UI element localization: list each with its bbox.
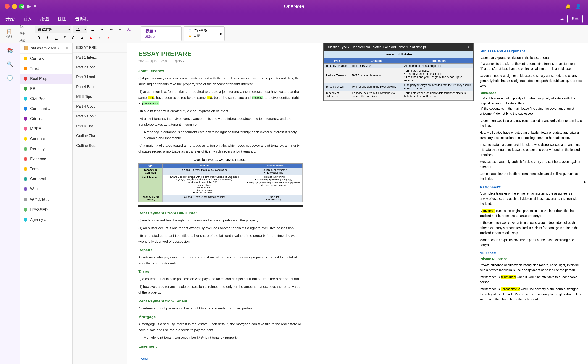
lh-th-creation: Creation (350, 58, 403, 64)
dropdown-icon[interactable]: ▾ (34, 3, 36, 9)
notebook-item-agency[interactable]: Agency a... (20, 215, 72, 225)
notebook-item-communi[interactable]: Communi... (20, 104, 72, 114)
section-outline-zha[interactable]: Outline Zha... (73, 131, 127, 141)
section-part2[interactable]: Part 2 Conc... (73, 63, 127, 72)
private-nuisance-unreasonable: Interference is unreasonable when the se… (480, 286, 582, 302)
notebook-title: bar exam 2020 (31, 46, 56, 50)
assignment-modern: Modern courts explains covenants party o… (480, 237, 582, 248)
tag-expand[interactable]: ▶ (584, 180, 586, 184)
clipboard-section: 📋 粘贴 剪切 复制 格式 (4, 24, 32, 44)
notebook-item-contract[interactable]: Contract (20, 134, 72, 144)
list-button[interactable]: ☰ (89, 26, 97, 33)
sync-icon[interactable]: ☁ (560, 16, 564, 21)
notebook-item-evidence[interactable]: Evidence (20, 154, 72, 164)
indent2-button[interactable]: ↵ (116, 26, 124, 33)
sidebar-icon-recent[interactable]: 🕐 (6, 74, 14, 82)
sublease-covenant: Covenant not to assign or sublease are s… (480, 73, 582, 89)
notebook-header: 📔 bar exam 2020 ▾ ⇅ (20, 43, 72, 54)
ownership-table-title: Question Type 1: Ownership Interests (138, 158, 303, 162)
notebook-item-mpre[interactable]: MPRE (20, 124, 72, 134)
forward-icon[interactable]: ▶ (27, 3, 31, 9)
lh-type-3: Tenancy at Will (324, 83, 350, 91)
menu-view[interactable]: 视图 (58, 16, 67, 22)
menu-tell[interactable]: 告诉我 (75, 16, 89, 22)
cut-button[interactable]: 剪切 (15, 24, 29, 30)
copy-button[interactable]: 复制 (15, 31, 29, 37)
lh-term-4: Terminates when landlord evicts tenant o… (403, 91, 473, 99)
section-part1[interactable]: Part 1 Inter... (73, 53, 127, 63)
sidebar-icon-search[interactable]: 🔍 (6, 60, 14, 68)
private-nuisance-substantial: Interference is substantial when it woul… (480, 275, 582, 285)
lh-row-2: Periodic Tenancy To T from month to mont… (324, 68, 473, 83)
notebook-item-no-content[interactable]: 完全没搞... (20, 194, 72, 205)
notebook-item-trust[interactable]: Trust (20, 64, 72, 74)
section-part4-cove[interactable]: Part 4 Cove... (73, 102, 127, 111)
repairs-p1: A co-tenant who pays more than his pro r… (138, 254, 303, 266)
sidebar-icon-notebook[interactable]: 📚 (6, 46, 14, 55)
tag-panels: 标题 1 标题 2 ▶ ☑ 待办事项 ★ 重要 ▶ (141, 26, 225, 41)
bold-button[interactable]: B (35, 34, 43, 42)
menu-start[interactable]: 开始 (6, 16, 15, 22)
sort-icon[interactable]: ⇅ (65, 46, 69, 51)
paste-button[interactable]: 📋 粘贴 (4, 27, 15, 41)
todo-label: 待办事项 (193, 28, 207, 33)
section-part6-the[interactable]: Part 6 The... (73, 121, 127, 131)
minimize-button[interactable] (12, 4, 17, 9)
notebook-item-criminal[interactable]: Criminal (20, 114, 72, 124)
co-row-1: Tenancy in Common To A and B (Default fo… (139, 168, 303, 175)
mortgage-content: A mortgage is a security interest in rea… (138, 321, 303, 340)
close-button[interactable] (5, 4, 10, 9)
section-part4-ease[interactable]: Part 4 Ease... (73, 82, 127, 92)
align-button[interactable]: ≡ (96, 34, 103, 42)
section-part5-conv[interactable]: Part 5 Conv... (73, 111, 127, 121)
share-button[interactable]: 共享 (568, 15, 582, 23)
size-select[interactable]: 11 (73, 26, 87, 33)
todo-expand[interactable]: ▶ (220, 32, 223, 35)
italic-button[interactable]: I (44, 34, 51, 42)
lh-row-4: Tenancy at Sufferance T's lease expires … (324, 91, 473, 99)
repairs-content: A co-tenant who pays more than his pro r… (138, 254, 303, 266)
notebook-item-torts[interactable]: Torts (20, 164, 72, 174)
co-char-3: • No right• Survivorship (245, 195, 303, 202)
notebook-item-civil-pro[interactable]: Civil Pro (20, 94, 72, 104)
notebook-item-corporati[interactable]: Corporati... (20, 174, 72, 184)
app-title: OneNote (284, 3, 304, 9)
section-mbe-tips[interactable]: MBE Tips (73, 92, 127, 102)
floating-table-titlebar: Question Type 2: Non-freehold Estates (L… (324, 43, 473, 51)
taxes-heading: Taxes (138, 270, 303, 274)
important-label: 重要 (193, 34, 200, 38)
bell-icon[interactable]: 🔔 (565, 4, 571, 9)
lh-term-3: One party displays an intention that the… (403, 83, 473, 91)
navigation-controls[interactable]: ◀ ▶ ▾ (20, 3, 36, 9)
notebook-item-real-prop[interactable]: Real Prop... (20, 74, 72, 84)
section-outline-ser[interactable]: Outline Ser... (73, 141, 127, 151)
strikethrough-button[interactable]: S (61, 34, 69, 42)
underline-button[interactable]: U (52, 34, 60, 42)
subscript-button[interactable]: X₂ (70, 34, 77, 42)
close-formatting[interactable]: ✕ (104, 34, 112, 42)
back-icon[interactable]: ◀ (20, 3, 24, 9)
notebook-item-con-law[interactable]: Con law (20, 54, 72, 64)
lh-term-1: At the end of the stated period (403, 64, 473, 68)
notebook-dropdown[interactable]: ▾ (58, 46, 59, 50)
co-row-3: Tenancy by the Entirety To A and B (defa… (139, 195, 303, 202)
indent-button[interactable]: ⇥ (98, 26, 106, 33)
notebook-item-wills[interactable]: Wills (20, 184, 72, 194)
outdent-button[interactable]: ⇤ (107, 26, 115, 33)
section-essay-pre[interactable]: ESSAY PRE... (73, 43, 127, 53)
menu-insert[interactable]: 插入 (23, 16, 32, 22)
font-select[interactable]: 微软雅黑 (35, 26, 72, 33)
titlebar-actions: 🔔 👤 (565, 4, 581, 9)
rent-payments-heading: Rent Payments from Bill-Ouster (138, 211, 303, 215)
sublessee-ii: (ii) the covenants in the main lease (in… (480, 106, 582, 116)
section-part3[interactable]: Part 3 Land... (73, 72, 127, 82)
floating-close[interactable]: ✕ (468, 45, 471, 49)
color-button[interactable]: A (87, 34, 95, 42)
highlight-button[interactable]: A (78, 34, 86, 42)
notebook-item-passed[interactable]: I PASSED... (20, 205, 72, 215)
user-icon[interactable]: 👤 (575, 4, 581, 9)
clear-format-button[interactable]: A⃥ (125, 26, 133, 33)
notebook-item-pr[interactable]: PR (20, 84, 72, 94)
menu-draw[interactable]: 绘图 (40, 16, 49, 22)
notebook-item-remedy[interactable]: Remedy (20, 144, 72, 154)
